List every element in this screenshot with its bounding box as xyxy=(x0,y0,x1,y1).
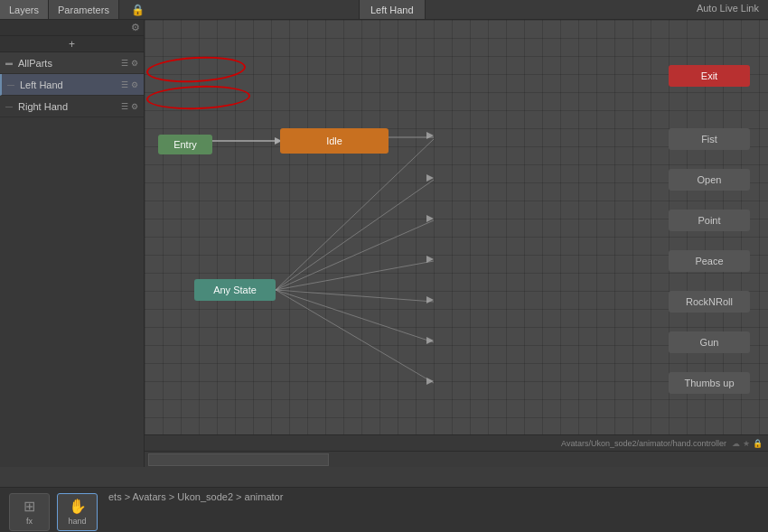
peace-label: Peace xyxy=(695,256,723,266)
node-idle[interactable]: Idle xyxy=(280,128,389,154)
any-state-label: Any State xyxy=(213,285,257,295)
add-layer-button[interactable]: + xyxy=(0,36,144,52)
left-panel: ⚙ + ▬ AllParts ☰ ⚙ — Left Hand ☰ ⚙ — Rig… xyxy=(0,20,145,467)
entry-label: Entry xyxy=(173,139,197,150)
tab-layers[interactable]: Layers xyxy=(0,0,49,19)
cloud-icon: ☁ xyxy=(732,439,740,448)
search-input[interactable] xyxy=(148,453,329,466)
bottom-bar: ⊞ fx ✋ hand ets > Avatars > Ukon_sode2 >… xyxy=(0,487,768,532)
state-thumbs-up[interactable]: Thumbs up xyxy=(669,372,750,394)
open-label: Open xyxy=(698,174,722,185)
state-point[interactable]: Point xyxy=(669,210,750,231)
fist-label: Fist xyxy=(701,134,717,145)
rocknroll-label: RockNRoll xyxy=(686,296,733,307)
canvas-area[interactable]: Entry Idle Any State Exit Fist Open Poin… xyxy=(145,20,768,467)
menu-icon[interactable]: ☰ xyxy=(121,59,128,68)
state-fist[interactable]: Fist xyxy=(669,128,750,150)
thumb-fx[interactable]: ⊞ fx xyxy=(9,493,50,531)
gear-icon-lh[interactable]: ⚙ xyxy=(131,80,138,89)
file-path-text: Avatars/Ukon_sode2/animator/hand.control… xyxy=(561,439,726,448)
canvas-search-bar xyxy=(145,451,768,467)
gun-label: Gun xyxy=(700,337,719,348)
layer-item-right-hand[interactable]: — Right Hand ☰ ⚙ xyxy=(0,96,144,117)
star-icon: ★ xyxy=(743,439,750,448)
menu-icon-lh[interactable]: ☰ xyxy=(121,80,128,89)
state-gun[interactable]: Gun xyxy=(669,331,750,353)
layer-left-hand-label: Left Hand xyxy=(20,79,121,90)
thumbs-up-label: Thumbs up xyxy=(684,378,734,388)
expand-dash-icon: — xyxy=(7,80,14,89)
node-entry[interactable]: Entry xyxy=(158,135,212,154)
state-peace[interactable]: Peace xyxy=(669,250,750,272)
layer-item-left-hand[interactable]: — Left Hand ☰ ⚙ xyxy=(0,74,144,96)
gear-icon[interactable]: ⚙ xyxy=(131,59,138,68)
fx-icon: ⊞ xyxy=(23,498,35,515)
menu-icon-rh[interactable]: ☰ xyxy=(121,102,128,111)
file-path-icons: ☁ ★ 🔒 xyxy=(732,439,763,448)
hand-label: hand xyxy=(68,517,86,526)
left-hand-tab[interactable]: Left Hand xyxy=(359,0,426,19)
breadcrumb: ets > Avatars > Ukon_sode2 > animator xyxy=(108,491,283,502)
layer-right-hand-label: Right Hand xyxy=(18,101,121,112)
main-layout: ⚙ + ▬ AllParts ☰ ⚙ — Left Hand ☰ ⚙ — Rig… xyxy=(0,20,768,467)
tab-parameters[interactable]: Parameters xyxy=(49,0,119,19)
auto-live-link-label: Auto Live Link xyxy=(697,3,759,14)
canvas-grid xyxy=(145,20,768,467)
idle-label: Idle xyxy=(326,135,342,146)
layer-item-allparts[interactable]: ▬ AllParts ☰ ⚙ xyxy=(0,52,144,74)
layer-right-hand-icons: ☰ ⚙ xyxy=(121,102,138,111)
lock-icon: 🔒 xyxy=(131,4,145,16)
node-any-state[interactable]: Any State xyxy=(194,279,276,301)
lock-small-icon: 🔒 xyxy=(753,439,763,448)
thumb-hand[interactable]: ✋ hand xyxy=(57,493,98,531)
fx-label: fx xyxy=(26,517,33,526)
exit-label: Exit xyxy=(701,70,717,81)
layer-list-header: ⚙ xyxy=(0,20,144,36)
layer-allparts-label: AllParts xyxy=(18,58,121,69)
point-label: Point xyxy=(698,215,720,226)
expand-arrow-icon: ▬ xyxy=(5,59,13,67)
layer-allparts-icons: ☰ ⚙ xyxy=(121,59,138,68)
top-toolbar: Layers Parameters 🔒 Left Hand Auto Live … xyxy=(0,0,768,20)
state-rocknroll[interactable]: RockNRoll xyxy=(669,291,750,313)
exit-button[interactable]: Exit xyxy=(669,65,750,87)
settings-icon[interactable]: ⚙ xyxy=(131,22,140,33)
file-path-bar: Avatars/Ukon_sode2/animator/hand.control… xyxy=(145,434,768,451)
hand-icon: ✋ xyxy=(69,498,87,515)
layer-left-hand-icons: ☰ ⚙ xyxy=(121,80,138,89)
gear-icon-rh[interactable]: ⚙ xyxy=(131,102,138,111)
expand-dash-rh-icon: — xyxy=(5,102,13,110)
state-open[interactable]: Open xyxy=(669,169,750,191)
